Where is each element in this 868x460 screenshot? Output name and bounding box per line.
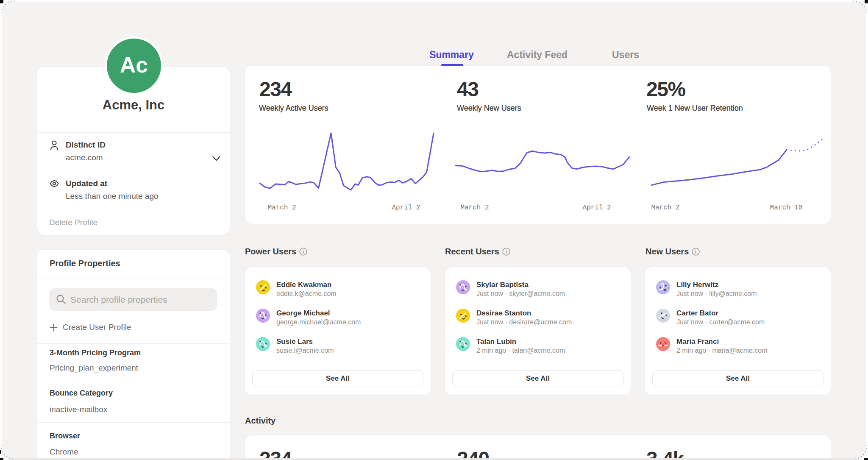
user-name: Talan Lubin xyxy=(476,337,516,346)
stat-label: Weekly Active Users xyxy=(259,104,328,113)
tab-summary[interactable]: Summary xyxy=(429,49,474,61)
field-value: Less than one minute ago xyxy=(66,192,159,201)
x-tick: March 10 xyxy=(770,204,803,212)
info-icon[interactable] xyxy=(299,248,307,257)
see-all-button[interactable]: See All xyxy=(252,370,423,387)
property-label: 3-Month Pricing Program xyxy=(50,348,141,357)
activity-card: 234 240 3.4k xyxy=(245,435,831,460)
user-subtext: susie.l@acme.com xyxy=(276,347,334,354)
tab-users[interactable]: Users xyxy=(612,49,639,61)
user-avatar xyxy=(256,337,270,351)
user-subtext: eddie.k@acme.com xyxy=(276,290,337,298)
active-tab-underline xyxy=(441,64,463,66)
user-subtext: Just now · skyler@acme.com xyxy=(476,290,565,298)
info-icon[interactable] xyxy=(502,248,510,257)
user-name: Desirae Stanton xyxy=(476,309,531,318)
see-all-button[interactable]: See All xyxy=(652,370,823,387)
user-avatar xyxy=(656,309,670,323)
delete-profile-button[interactable]: Delete Profile xyxy=(49,218,97,227)
user-avatar xyxy=(456,309,470,323)
corner-handle xyxy=(865,0,868,3)
property-value: Pricing_plan_experiment xyxy=(50,363,138,373)
user-row[interactable]: George Michael george.michael@acme.com xyxy=(256,309,426,335)
create-user-profile-button[interactable]: Create User Profile xyxy=(50,323,131,332)
eye-icon xyxy=(50,180,59,189)
field-value: acme.com xyxy=(66,153,103,162)
divider xyxy=(37,343,230,344)
user-row[interactable]: Eddie Kwakman eddie.k@acme.com xyxy=(256,280,426,307)
user-name: Eddie Kwakman xyxy=(276,281,331,289)
info-icon[interactable] xyxy=(692,248,700,257)
chevron-down-icon[interactable] xyxy=(212,156,220,163)
user-subtext: george.michael@acme.com xyxy=(276,318,361,326)
recent-users-card: Skylar Baptista Just now · skyler@acme.c… xyxy=(445,267,631,395)
user-avatar xyxy=(256,280,270,294)
user-name: Skylar Baptista xyxy=(476,281,529,289)
x-tick: April 2 xyxy=(582,204,611,212)
divider xyxy=(37,132,230,133)
user-row[interactable]: Carter Bator Just now · carter@acme.com xyxy=(656,309,826,335)
user-subtext: Just now · desirare@acme.com xyxy=(476,318,572,326)
user-row[interactable]: Talan Lubin 2 min ago · talan@acme.com xyxy=(456,337,626,363)
edge-handle xyxy=(0,450,1,454)
section-recent-users: Recent Users xyxy=(445,247,510,257)
user-subtext: Just now · lilly@acme.com xyxy=(676,290,757,298)
corner-handle xyxy=(864,458,868,460)
see-all-button[interactable]: See All xyxy=(452,370,623,387)
sparkline-chart xyxy=(650,132,826,191)
divider xyxy=(37,171,230,171)
user-subtext: 2 min ago · talan@acme.com xyxy=(476,347,565,354)
x-tick: March 2 xyxy=(651,204,679,212)
company-avatar-initials: Ac xyxy=(107,39,161,93)
user-name: Susie Lars xyxy=(276,337,313,346)
user-avatar xyxy=(256,309,270,323)
user-name: Lilly Herwitz xyxy=(676,281,718,289)
user-row[interactable]: Desirae Stanton Just now · desirare@acme… xyxy=(456,309,626,335)
field-label: Updated at xyxy=(66,179,107,188)
user-name: Carter Bator xyxy=(676,309,718,318)
section-title: Recent Users xyxy=(445,247,499,256)
corner-handle xyxy=(0,0,3,3)
stat-label: Week 1 New User Retention xyxy=(647,104,743,113)
user-avatar xyxy=(456,280,470,294)
profile-properties-title: Profile Properties xyxy=(50,259,120,268)
user-subtext: 2 min ago · maria@acme.com xyxy=(676,347,768,354)
user-row[interactable]: Maria Franci 2 min ago · maria@acme.com xyxy=(656,337,826,363)
user-row[interactable]: Lilly Herwitz Just now · lilly@acme.com xyxy=(656,280,826,307)
sparkline-chart xyxy=(259,132,435,191)
section-new-users: New Users xyxy=(645,247,700,257)
user-name: Maria Franci xyxy=(676,337,719,346)
divider xyxy=(37,381,230,381)
property-value: inactive-mailbox xyxy=(50,405,107,414)
divider xyxy=(37,422,230,423)
new-users-card: Lilly Herwitz Just now · lilly@acme.com … xyxy=(645,267,831,395)
bottom-strip xyxy=(2,458,866,460)
stat-value: 43 xyxy=(457,78,479,101)
user-avatar xyxy=(656,337,670,351)
user-subtext: Just now · carter@acme.com xyxy=(676,318,765,326)
corner-dots-decoration xyxy=(0,443,17,460)
property-value: Chrome xyxy=(50,447,78,457)
search-input[interactable] xyxy=(49,288,217,311)
user-name: George Michael xyxy=(276,309,330,318)
property-label: Browser xyxy=(50,432,80,440)
section-title: Power Users xyxy=(245,247,296,256)
x-tick: March 2 xyxy=(267,204,296,212)
power-users-card: Eddie Kwakman eddie.k@acme.com George Mi… xyxy=(245,267,431,395)
stat-value: 234 xyxy=(259,78,292,101)
company-avatar: Ac xyxy=(105,36,163,95)
field-label: Distinct ID xyxy=(66,140,106,150)
x-tick: April 2 xyxy=(392,204,420,212)
user-row[interactable]: Skylar Baptista Just now · skyler@acme.c… xyxy=(456,280,626,307)
create-user-profile-label: Create User Profile xyxy=(63,323,131,332)
activity-title: Activity xyxy=(245,416,275,426)
user-row[interactable]: Susie Lars susie.l@acme.com xyxy=(256,337,426,363)
corner-dots-decoration xyxy=(851,443,868,460)
person-icon xyxy=(50,140,58,153)
section-power-users: Power Users xyxy=(245,247,307,257)
tab-activity-feed[interactable]: Activity Feed xyxy=(507,49,568,61)
divider xyxy=(37,210,230,210)
app-panel: Ac Acme, Inc Distinct ID acme.com Update… xyxy=(2,2,866,460)
sparkline-chart xyxy=(454,132,631,191)
user-avatar xyxy=(656,280,670,294)
